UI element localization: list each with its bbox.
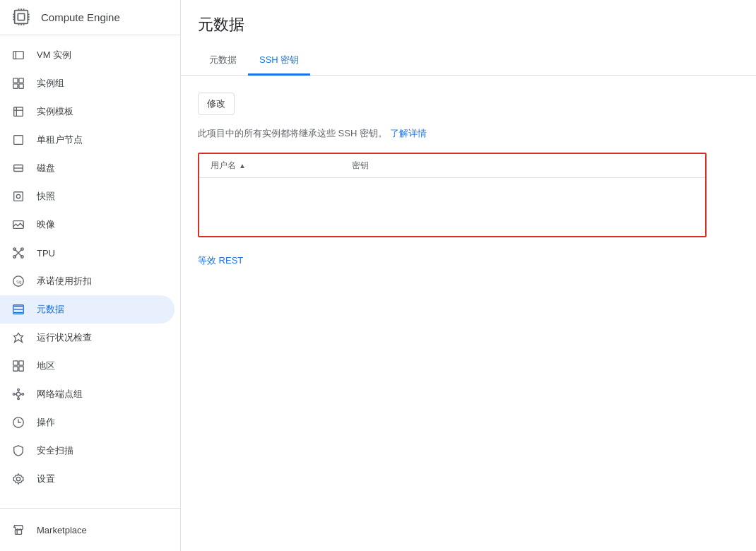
svg-point-46 — [18, 389, 20, 391]
sidebar-label-disks: 磁盘 — [37, 162, 55, 174]
sidebar-label-metadata: 元数据 — [37, 303, 64, 316]
sidebar-item-marketplace[interactable]: Marketplace — [0, 514, 175, 545]
operations-icon — [11, 415, 25, 429]
sole-tenant-icon — [11, 133, 25, 147]
svg-point-49 — [13, 393, 15, 396]
page-title: 元数据 — [198, 14, 739, 35]
sidebar-title: Compute Engine — [41, 11, 120, 23]
svg-point-47 — [22, 393, 24, 396]
svg-rect-17 — [19, 78, 23, 83]
sidebar-item-settings[interactable]: 设置 — [0, 465, 175, 493]
svg-rect-43 — [13, 367, 18, 371]
sidebar-label-instance-templates: 实例模板 — [37, 105, 73, 118]
svg-rect-56 — [16, 530, 22, 534]
sidebar-item-tpu[interactable]: TPU — [0, 239, 175, 267]
sidebar-item-network-endpoint-groups[interactable]: 网络端点组 — [0, 380, 175, 408]
svg-point-32 — [21, 248, 24, 251]
tabs-bar: 元数据 SSH 密钥 — [198, 47, 739, 75]
column-username: 用户名 ▲ — [211, 160, 352, 172]
images-icon — [11, 218, 25, 232]
sidebar: Compute Engine VM 实例 实例组 — [0, 0, 181, 551]
svg-point-31 — [13, 248, 16, 251]
tpu-icon — [11, 246, 25, 260]
svg-rect-14 — [13, 52, 23, 59]
svg-point-45 — [16, 392, 20, 396]
sidebar-label-instance-groups: 实例组 — [37, 77, 64, 90]
svg-point-33 — [13, 256, 16, 259]
sidebar-label-sole-tenant: 单租户节点 — [37, 134, 83, 146]
table-header: 用户名 ▲ 密钥 — [199, 154, 705, 178]
sidebar-label-marketplace: Marketplace — [37, 525, 87, 535]
sidebar-item-committed-use[interactable]: % 承诺使用折扣 — [0, 267, 175, 295]
marketplace-icon — [11, 523, 25, 537]
sidebar-label-network-endpoint-groups: 网络端点组 — [37, 388, 83, 401]
svg-point-27 — [16, 194, 20, 198]
svg-point-55 — [16, 477, 20, 480]
svg-rect-19 — [19, 84, 23, 88]
network-endpoint-groups-icon — [11, 387, 25, 401]
learn-more-link[interactable]: 了解详情 — [390, 128, 427, 138]
sidebar-label-vm-instances: VM 实例 — [37, 49, 71, 61]
compute-engine-icon — [11, 7, 33, 28]
sidebar-label-committed-use: 承诺使用折扣 — [37, 275, 92, 288]
svg-rect-16 — [13, 78, 18, 83]
sidebar-label-operations: 操作 — [37, 416, 55, 429]
sidebar-item-instance-groups[interactable]: 实例组 — [0, 69, 175, 97]
page-content: 修改 此项目中的所有实例都将继承这些 SSH 密钥。 了解详情 用户名 ▲ 密钥 — [181, 76, 756, 551]
svg-point-48 — [18, 398, 20, 400]
security-scans-icon — [11, 444, 25, 458]
sidebar-label-security-scans: 安全扫描 — [37, 444, 73, 457]
tab-ssh-keys[interactable]: SSH 密钥 — [248, 47, 310, 76]
svg-rect-41 — [13, 361, 18, 365]
svg-rect-42 — [19, 361, 23, 365]
settings-icon — [11, 472, 25, 486]
sidebar-footer: Marketplace — [0, 508, 180, 551]
sidebar-item-snapshots[interactable]: 快照 — [0, 182, 175, 211]
svg-text:%: % — [16, 279, 21, 285]
ssh-keys-table-container: 用户名 ▲ 密钥 — [198, 153, 707, 237]
svg-point-34 — [21, 256, 24, 259]
disks-icon — [11, 161, 25, 175]
sidebar-label-settings: 设置 — [37, 473, 55, 485]
vm-instances-icon — [11, 48, 25, 62]
sidebar-item-metadata[interactable]: 元数据 — [0, 295, 175, 324]
sidebar-item-security-scans[interactable]: 安全扫描 — [0, 437, 175, 465]
instance-templates-icon — [11, 105, 25, 119]
sidebar-item-vm-instances[interactable]: VM 实例 — [0, 41, 175, 69]
snapshots-icon — [11, 189, 25, 203]
sidebar-label-zones: 地区 — [37, 360, 55, 372]
sidebar-item-sole-tenant[interactable]: 单租户节点 — [0, 126, 175, 154]
sidebar-label-snapshots: 快照 — [37, 190, 55, 203]
svg-rect-26 — [14, 192, 23, 201]
committed-use-icon: % — [11, 274, 25, 288]
page-header: 元数据 元数据 SSH 密钥 — [181, 0, 756, 76]
sidebar-item-images[interactable]: 映像 — [0, 211, 175, 239]
edit-button[interactable]: 修改 — [198, 93, 235, 115]
sort-icon: ▲ — [239, 162, 246, 170]
metadata-icon — [11, 302, 25, 316]
column-key: 密钥 — [352, 160, 694, 172]
sidebar-nav: VM 实例 实例组 实例模板 — [0, 35, 180, 508]
sidebar-label-tpu: TPU — [37, 248, 55, 259]
health-checks-icon — [11, 331, 25, 345]
sidebar-label-images: 映像 — [37, 218, 55, 231]
rest-link-anchor[interactable]: 等效 REST — [198, 255, 243, 266]
sidebar-item-disks[interactable]: 磁盘 — [0, 154, 175, 182]
svg-rect-1 — [18, 13, 24, 20]
sidebar-item-health-checks[interactable]: 运行状况检查 — [0, 324, 175, 352]
svg-rect-0 — [15, 10, 28, 23]
svg-rect-20 — [14, 107, 23, 117]
tab-metadata[interactable]: 元数据 — [198, 47, 248, 76]
svg-rect-23 — [14, 136, 23, 145]
sidebar-item-instance-templates[interactable]: 实例模板 — [0, 97, 175, 126]
instance-groups-icon — [11, 76, 25, 90]
description-text: 此项目中的所有实例都将继承这些 SSH 密钥。 了解详情 — [198, 126, 739, 141]
sidebar-header: Compute Engine — [0, 0, 180, 35]
zones-icon — [11, 359, 25, 373]
sidebar-item-operations[interactable]: 操作 — [0, 408, 175, 437]
table-body — [199, 178, 705, 235]
main-content: 元数据 元数据 SSH 密钥 修改 此项目中的所有实例都将继承这些 SSH 密钥… — [181, 0, 756, 551]
svg-rect-18 — [13, 84, 18, 88]
sidebar-label-health-checks: 运行状况检查 — [37, 331, 92, 344]
sidebar-item-zones[interactable]: 地区 — [0, 352, 175, 380]
